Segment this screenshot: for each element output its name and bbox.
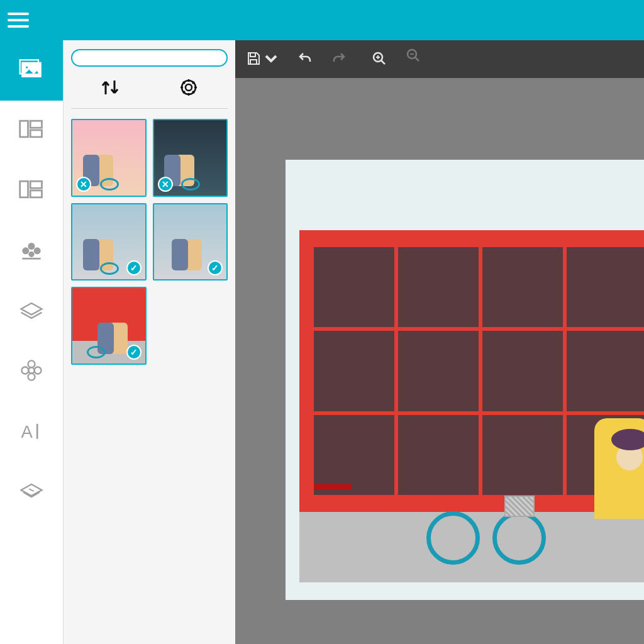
check-icon: ✓ xyxy=(126,260,142,275)
sort-icon xyxy=(99,78,121,97)
svg-text:A: A xyxy=(21,422,33,441)
svg-rect-4 xyxy=(30,121,42,128)
chevron-down-icon xyxy=(263,51,279,66)
layouts-icon xyxy=(18,177,45,202)
thumbnail-photo-2[interactable]: ✕ xyxy=(153,119,228,197)
thumbnail-photo-5[interactable]: ✓ xyxy=(71,287,147,365)
svg-point-17 xyxy=(21,367,28,374)
more-designs-icon xyxy=(18,237,45,262)
svg-rect-8 xyxy=(30,191,42,197)
svg-line-28 xyxy=(415,57,419,61)
rail-more-designs[interactable] xyxy=(0,221,63,282)
rail-text[interactable]: A xyxy=(0,402,63,463)
gear-icon xyxy=(178,78,199,97)
svg-point-21 xyxy=(186,84,192,91)
svg-rect-6 xyxy=(20,181,28,197)
thumbnail-photo-1[interactable]: ✕ xyxy=(71,119,147,197)
photos-icon xyxy=(18,56,45,81)
invitation-card[interactable] xyxy=(286,160,644,600)
zoom-in-button[interactable] xyxy=(371,51,387,67)
sort-button[interactable] xyxy=(99,78,121,99)
svg-point-12 xyxy=(28,252,34,257)
svg-point-16 xyxy=(28,374,35,380)
options-icon xyxy=(18,479,45,504)
svg-rect-13 xyxy=(22,258,40,260)
svg-point-11 xyxy=(34,247,41,254)
remove-icon[interactable]: ✕ xyxy=(76,177,91,192)
zoom-in-icon xyxy=(371,51,387,66)
rail-backgrounds[interactable] xyxy=(0,282,63,342)
photo-thumbnails: ✕ ✕ ✓ ✓ ✓ xyxy=(71,119,228,365)
svg-point-2 xyxy=(25,65,28,69)
canvas-area xyxy=(235,40,644,644)
undo-button[interactable] xyxy=(297,51,313,67)
svg-rect-3 xyxy=(20,121,28,137)
canvas-toolbar xyxy=(235,40,644,78)
panel-options-button[interactable] xyxy=(178,78,199,99)
canvas-stage[interactable] xyxy=(235,78,644,644)
undo-icon xyxy=(297,51,313,66)
svg-point-10 xyxy=(22,247,29,254)
zoom-out-icon xyxy=(405,48,421,63)
check-icon: ✓ xyxy=(126,345,142,360)
svg-point-14 xyxy=(28,367,34,373)
rail-layouts[interactable] xyxy=(0,161,63,221)
zoom-out-button[interactable] xyxy=(405,48,421,71)
zoom-out-label xyxy=(412,64,414,71)
thumbnail-photo-4[interactable]: ✓ xyxy=(153,203,228,281)
rail-photos[interactable] xyxy=(0,40,63,101)
sign-text xyxy=(314,484,352,489)
remove-icon[interactable]: ✕ xyxy=(158,177,173,192)
svg-rect-7 xyxy=(30,181,42,188)
menu-button[interactable] xyxy=(8,8,33,33)
backgrounds-icon xyxy=(18,297,45,323)
variations-icon xyxy=(18,116,45,142)
redo-button[interactable] xyxy=(331,51,347,67)
photos-panel: ✕ ✕ ✓ ✓ ✓ xyxy=(63,40,235,644)
embellishments-icon xyxy=(18,358,45,383)
save-icon xyxy=(245,51,262,66)
get-more-photos-button[interactable] xyxy=(71,49,228,67)
top-bar xyxy=(0,0,644,40)
text-icon: A xyxy=(18,418,45,443)
svg-point-18 xyxy=(35,367,42,374)
rail-options[interactable] xyxy=(0,463,63,523)
card-photo[interactable] xyxy=(299,230,644,582)
check-icon: ✓ xyxy=(208,260,223,275)
rail-embellishments[interactable] xyxy=(0,342,63,402)
save-button[interactable] xyxy=(245,51,279,67)
svg-rect-5 xyxy=(30,130,42,137)
svg-point-15 xyxy=(28,360,35,367)
redo-icon xyxy=(331,51,347,66)
card-name-row xyxy=(299,180,644,224)
left-rail: A xyxy=(0,40,63,644)
svg-line-24 xyxy=(381,60,385,64)
rail-design-variations[interactable] xyxy=(0,101,63,161)
thumbnail-photo-3[interactable]: ✓ xyxy=(71,203,147,281)
svg-point-9 xyxy=(28,243,35,250)
main-area: A xyxy=(0,40,644,644)
